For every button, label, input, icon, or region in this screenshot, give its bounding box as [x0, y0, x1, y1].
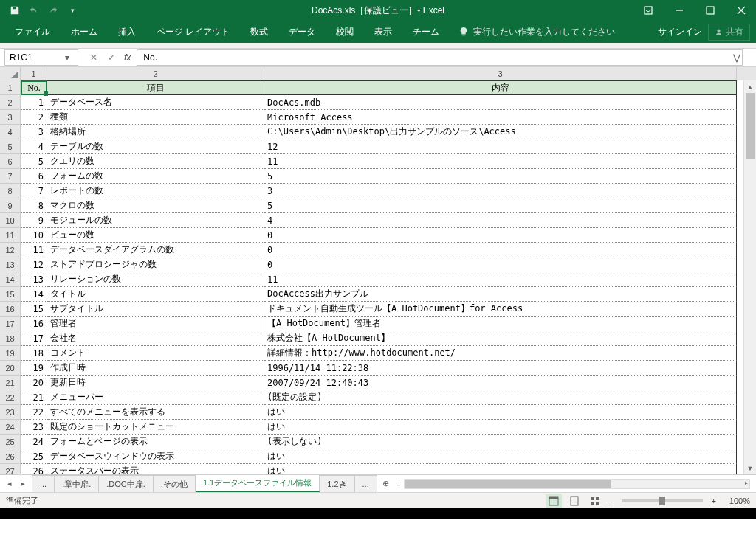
zoom-in-button[interactable]: + — [712, 497, 716, 505]
sheet-tab[interactable]: ... — [32, 475, 55, 492]
expand-formula-bar-icon[interactable]: ⋁ — [733, 52, 740, 63]
cell-item[interactable]: モジュールの数 — [47, 213, 264, 228]
cell-value[interactable]: 0 — [264, 243, 737, 257]
cell-item[interactable]: 更新日時 — [47, 376, 264, 390]
cell-value[interactable]: はい — [264, 464, 737, 474]
tab-insert[interactable]: 挿入 — [109, 21, 145, 43]
ribbon-options-button[interactable] — [633, 0, 663, 21]
row-header[interactable]: 7 — [0, 169, 21, 184]
sheet-tab[interactable]: .その他 — [154, 475, 196, 492]
cell-item[interactable]: マクロの数 — [47, 198, 264, 213]
row-header[interactable]: 9 — [0, 198, 21, 213]
tab-view[interactable]: 表示 — [365, 21, 401, 43]
cell-item[interactable]: 会社名 — [47, 331, 264, 346]
column-header[interactable]: 2 — [47, 67, 264, 80]
scrollbar-thumb[interactable] — [746, 93, 755, 159]
zoom-slider[interactable] — [622, 499, 703, 502]
column-header[interactable]: 1 — [21, 67, 47, 80]
signin-link[interactable]: サインイン — [658, 26, 702, 38]
scrollbar-thumb[interactable] — [405, 480, 611, 488]
sheet-tab[interactable]: .章中扉. — [55, 475, 99, 492]
row-header[interactable]: 10 — [0, 213, 21, 228]
column-header[interactable]: 3 — [264, 67, 737, 80]
save-button[interactable] — [6, 1, 24, 19]
row-header[interactable]: 21 — [0, 376, 21, 390]
horizontal-scrollbar[interactable]: ◂ ▸ — [404, 479, 750, 489]
cell-item[interactable]: メニューバー — [47, 390, 264, 405]
formula-input[interactable]: No. ⋁ — [137, 49, 743, 66]
cell-value[interactable]: 11 — [264, 272, 737, 287]
row-header[interactable]: 15 — [0, 287, 21, 302]
cell-no[interactable]: 3 — [21, 125, 47, 139]
cell-value[interactable]: Microsoft Access — [264, 110, 737, 125]
cell-value[interactable]: DocAccess出力サンプル — [264, 287, 737, 302]
cell-value[interactable]: ドキュメント自動生成ツール【A HotDocument】for Access — [264, 302, 737, 317]
cell-value[interactable]: 詳細情報：http://www.hotdocument.net/ — [264, 346, 737, 361]
row-header[interactable]: 16 — [0, 302, 21, 317]
cell-no[interactable]: 1 — [21, 95, 47, 110]
cell-item[interactable]: データベースウィンドウの表示 — [47, 449, 264, 464]
cell-item[interactable]: 既定のショートカットメニュー — [47, 420, 264, 435]
cell-no[interactable]: 4 — [21, 139, 47, 154]
cell-item[interactable]: 種類 — [47, 110, 264, 125]
row-header[interactable]: 11 — [0, 228, 21, 243]
row-header[interactable]: 5 — [0, 139, 21, 154]
undo-button[interactable] — [25, 1, 43, 19]
cell-no[interactable]: 10 — [21, 228, 47, 243]
cell-no[interactable]: 18 — [21, 346, 47, 361]
zoom-thumb[interactable] — [659, 497, 665, 505]
cell-value[interactable]: 5 — [264, 198, 737, 213]
cell-value[interactable]: 0 — [264, 228, 737, 243]
cell-value[interactable]: (既定の設定) — [264, 390, 737, 405]
cell-value[interactable]: 11 — [264, 154, 737, 169]
sheet-tab[interactable]: 1.2き — [320, 475, 354, 492]
cell-no[interactable]: 12 — [21, 257, 47, 272]
qat-customize-icon[interactable]: ▾ — [63, 1, 81, 19]
row-header[interactable]: 2 — [0, 95, 21, 110]
cell-item[interactable]: 管理者 — [47, 317, 264, 331]
row-header[interactable]: 18 — [0, 331, 21, 346]
tab-team[interactable]: チーム — [404, 21, 448, 43]
sheet-tab-active[interactable]: 1.1データベースファイル情報 — [196, 475, 320, 492]
tab-nav-next[interactable]: ▸ — [18, 479, 28, 488]
cell-item[interactable]: フォームの数 — [47, 169, 264, 184]
row-header[interactable]: 25 — [0, 435, 21, 449]
cell-item[interactable]: データベースダイアグラムの数 — [47, 243, 264, 257]
chevron-down-icon[interactable]: ▾ — [61, 52, 73, 63]
tab-file[interactable]: ファイル — [6, 21, 59, 43]
row-header[interactable]: 26 — [0, 449, 21, 464]
cell-value[interactable]: はい — [264, 420, 737, 435]
row-header[interactable]: 13 — [0, 257, 21, 272]
tab-data[interactable]: データ — [280, 21, 324, 43]
cell-item[interactable]: リレーションの数 — [47, 272, 264, 287]
cell-value[interactable]: 5 — [264, 169, 737, 184]
close-button[interactable] — [726, 0, 756, 21]
cell-no[interactable]: 26 — [21, 464, 47, 474]
row-header[interactable]: 8 — [0, 184, 21, 198]
cell-no[interactable]: 19 — [21, 361, 47, 376]
tell-me-search[interactable]: 実行したい作業を入力してください — [451, 26, 622, 38]
header-cell-item[interactable]: 項目 — [47, 80, 264, 95]
row-header[interactable]: 1 — [0, 80, 21, 95]
cell-no[interactable]: 23 — [21, 420, 47, 435]
cell-no[interactable]: 21 — [21, 390, 47, 405]
cell-value[interactable]: 12 — [264, 139, 737, 154]
row-header[interactable]: 17 — [0, 317, 21, 331]
zoom-out-button[interactable]: – — [608, 497, 612, 505]
row-header[interactable]: 3 — [0, 110, 21, 125]
cell-value[interactable]: C:\Users\Admin\Desktop\出力サンプルのソース\Access — [264, 125, 737, 139]
sheet-tab[interactable]: .DOC中扉. — [99, 475, 154, 492]
cell-no[interactable]: 5 — [21, 154, 47, 169]
page-break-view-button[interactable] — [587, 494, 603, 508]
cell-item[interactable]: すべてのメニューを表示する — [47, 405, 264, 420]
cell-no[interactable]: 14 — [21, 287, 47, 302]
fx-icon[interactable]: fx — [121, 52, 134, 63]
row-header[interactable]: 23 — [0, 405, 21, 420]
row-header[interactable]: 4 — [0, 125, 21, 139]
cell-no[interactable]: 7 — [21, 184, 47, 198]
cell-value[interactable]: 1996/11/14 11:22:38 — [264, 361, 737, 376]
cell-item[interactable]: 格納場所 — [47, 125, 264, 139]
scroll-up-icon[interactable]: ▲ — [744, 80, 756, 93]
vertical-scrollbar[interactable]: ▲ ▼ — [743, 80, 756, 474]
row-header[interactable]: 20 — [0, 361, 21, 376]
